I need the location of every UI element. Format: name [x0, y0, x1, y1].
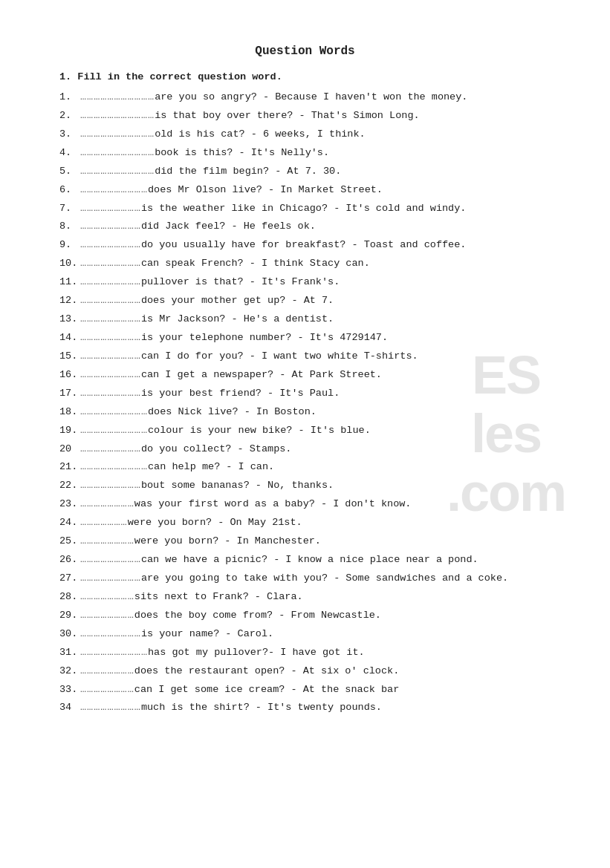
- question-item: 13.……………………… is Mr Jackson? - He's a den…: [59, 312, 551, 327]
- question-number: 13.: [59, 312, 80, 327]
- question-dots: ……………………………: [80, 127, 155, 143]
- question-number: 21.: [59, 460, 80, 475]
- question-text: are you going to take with you? - Some s…: [141, 571, 551, 587]
- question-text: pullover is that? - It's Frank's.: [141, 275, 551, 290]
- question-number: 15.: [59, 349, 80, 365]
- question-item: 28.…………………… sits next to Frank? - Clara.: [59, 590, 551, 605]
- question-text: can I get a newspaper? - At Park Street.: [141, 368, 551, 383]
- question-dots: ……………………: [80, 608, 134, 624]
- question-text: can I do for you? - I want two white T-s…: [141, 349, 551, 365]
- question-number: 6.: [59, 183, 80, 198]
- question-item: 31.………………………… has got my pullover?- I ha…: [59, 645, 551, 661]
- question-number: 32.: [59, 664, 80, 679]
- question-dots: ………………………: [80, 368, 141, 383]
- question-text: does the restaurant open? - At six o' cl…: [134, 664, 551, 679]
- question-dots: …………………: [80, 515, 128, 531]
- question-dots: ………………………: [80, 275, 141, 290]
- question-text: is your telephone number? - It's 4729147…: [141, 330, 551, 346]
- question-number: 22.: [59, 478, 80, 494]
- question-text: can I get some ice cream? - At the snack…: [134, 682, 551, 698]
- question-number: 4.: [59, 146, 80, 161]
- question-item: 11.……………………… pullover is that? - It's Fr…: [59, 275, 551, 290]
- question-text: did Jack feel? - He feels ok.: [141, 219, 551, 235]
- question-text: is your name? - Carol.: [141, 627, 551, 642]
- question-text: were you born? - In Manchester.: [134, 534, 551, 549]
- question-number: 18.: [59, 405, 80, 420]
- question-item: 33.…………………… can I get some ice cream? - …: [59, 682, 551, 698]
- question-text: does Nick live? - In Boston.: [148, 405, 551, 420]
- question-number: 29.: [59, 608, 80, 624]
- question-number: 31.: [59, 645, 80, 661]
- question-item: 16.……………………… can I get a newspaper? - At…: [59, 368, 551, 383]
- question-text: do you collect? - Stamps.: [141, 442, 551, 457]
- question-dots: ……………………………: [80, 108, 155, 124]
- question-number: 28.: [59, 590, 80, 605]
- question-number: 34: [59, 700, 80, 716]
- question-dots: ………………………: [80, 386, 141, 402]
- question-number: 26.: [59, 552, 80, 568]
- question-text: colour is your new bike? - It's blue.: [148, 423, 551, 439]
- question-item: 2.…………………………… is that boy over there? - …: [59, 108, 551, 124]
- question-item: 5.…………………………… did the film begin? - At 7…: [59, 164, 551, 180]
- question-dots: ………………………: [80, 700, 141, 716]
- question-item: 30.……………………… is your name? - Carol.: [59, 627, 551, 642]
- question-item: 17.……………………… is your best friend? - It's…: [59, 386, 551, 402]
- question-item: 22.……………………… bout some bananas? - No, th…: [59, 478, 551, 494]
- question-dots: ………………………: [80, 219, 141, 235]
- question-item: 12.……………………… does your mother get up? - …: [59, 293, 551, 309]
- question-number: 7.: [59, 201, 80, 217]
- question-number: 5.: [59, 164, 80, 180]
- question-dots: ………………………: [80, 627, 141, 642]
- question-dots: ………………………: [80, 349, 141, 365]
- question-item: 29.…………………… does the boy come from? - Fr…: [59, 608, 551, 624]
- question-dots: ………………………: [80, 571, 141, 587]
- question-dots: ………………………: [80, 330, 141, 346]
- question-item: 27.……………………… are you going to take with …: [59, 571, 551, 587]
- question-dots: …………………………: [80, 423, 148, 439]
- question-item: 10.……………………… can speak French? - I think…: [59, 256, 551, 272]
- question-text: did the film begin? - At 7. 30.: [155, 164, 551, 180]
- question-text: is your best friend? - It's Paul.: [141, 386, 551, 402]
- question-dots: ………………………: [80, 478, 141, 494]
- question-number: 19.: [59, 423, 80, 439]
- question-dots: ……………………………: [80, 90, 155, 105]
- question-number: 10.: [59, 256, 80, 272]
- question-dots: …………………………: [80, 405, 148, 420]
- question-text: old is his cat? - 6 weeks, I think.: [155, 127, 551, 143]
- question-list: 1.…………………………… are you so angry? - Becaus…: [59, 90, 551, 716]
- question-item: 6.………………………… does Mr Olson live? - In Ma…: [59, 183, 551, 198]
- question-dots: ……………………………: [80, 146, 155, 161]
- question-number: 20: [59, 442, 80, 457]
- question-dots: ………………………: [80, 552, 141, 568]
- question-text: were you born? - On May 21st.: [128, 515, 551, 531]
- question-text: can we have a picnic? - I know a nice pl…: [141, 552, 551, 568]
- question-dots: ………………………: [80, 201, 141, 217]
- question-item: 1.…………………………… are you so angry? - Becaus…: [59, 90, 551, 105]
- question-dots: …………………………: [80, 183, 148, 198]
- question-dots: ………………………: [80, 256, 141, 272]
- question-dots: ……………………: [80, 590, 134, 605]
- question-number: 2.: [59, 108, 80, 124]
- question-item: 24.………………… were you born? - On May 21st.: [59, 515, 551, 531]
- question-number: 9.: [59, 238, 80, 253]
- question-text: is the weather like in Chicago? - It's c…: [141, 201, 551, 217]
- page-title: Question Words: [59, 45, 551, 58]
- question-item: 19.………………………… colour is your new bike? -…: [59, 423, 551, 439]
- question-dots: ………………………: [80, 442, 141, 457]
- question-text: does the boy come from? - From Newcastle…: [134, 608, 551, 624]
- question-item: 4.…………………………… book is this? - It's Nelly…: [59, 146, 551, 161]
- question-number: 23.: [59, 497, 80, 512]
- question-number: 3.: [59, 127, 80, 143]
- question-number: 24.: [59, 515, 80, 531]
- question-item: 14.……………………… is your telephone number? -…: [59, 330, 551, 346]
- question-text: has got my pullover?- I have got it.: [148, 645, 551, 661]
- section-heading: 1. Fill in the correct question word.: [59, 71, 551, 82]
- question-item: 8.……………………… did Jack feel? - He feels ok…: [59, 219, 551, 235]
- question-item: 3.…………………………… old is his cat? - 6 weeks,…: [59, 127, 551, 143]
- question-dots: ……………………: [80, 664, 134, 679]
- question-dots: ………………………: [80, 238, 141, 253]
- question-dots: ……………………………: [80, 164, 155, 180]
- question-text: bout some bananas? - No, thanks.: [141, 478, 551, 494]
- question-item: 20……………………… do you collect? - Stamps.: [59, 442, 551, 457]
- question-number: 14.: [59, 330, 80, 346]
